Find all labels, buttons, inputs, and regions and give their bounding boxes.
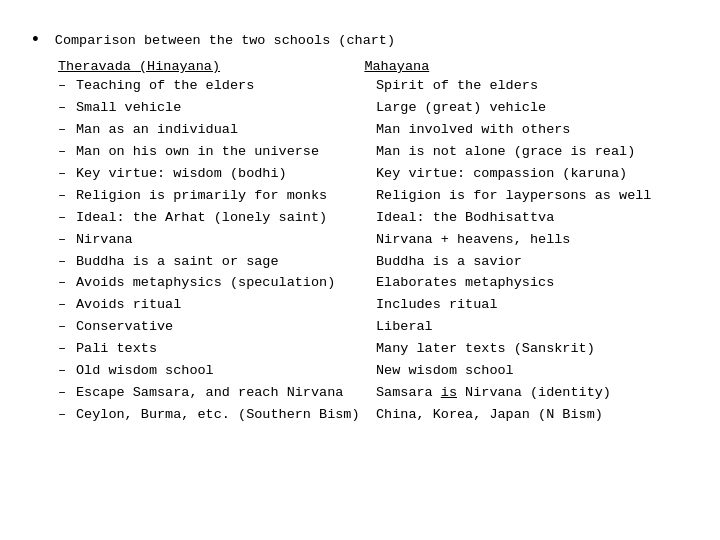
dash-icon: –	[58, 363, 76, 378]
left-cell: Escape Samsara, and reach Nirvana	[76, 383, 376, 404]
left-cell: Ideal: the Arhat (lonely saint)	[76, 208, 376, 229]
right-cell: Nirvana + heavens, hells	[376, 230, 570, 251]
table-row: –Religion is primarily for monksReligion…	[58, 186, 690, 207]
right-cell: Key virtue: compassion (karuna)	[376, 164, 627, 185]
dash-icon: –	[58, 254, 76, 269]
left-column-header: Theravada (Hinayana)	[58, 59, 364, 74]
right-column-header: Mahayana	[364, 59, 690, 74]
table-row: –ConservativeLiberal	[58, 317, 690, 338]
dash-icon: –	[58, 341, 76, 356]
left-cell: Nirvana	[76, 230, 376, 251]
section-header: • Comparison between the two schools (ch…	[30, 28, 690, 53]
table-row: –Escape Samsara, and reach NirvanaSamsar…	[58, 383, 690, 404]
right-cell: Spirit of the elders	[376, 76, 538, 97]
right-cell: Includes ritual	[376, 295, 498, 316]
left-cell: Pali texts	[76, 339, 376, 360]
table-row: –NirvanaNirvana + heavens, hells	[58, 230, 690, 251]
dash-icon: –	[58, 297, 76, 312]
right-cell: Liberal	[376, 317, 433, 338]
right-cell: Elaborates metaphysics	[376, 273, 554, 294]
right-cell: Man is not alone (grace is real)	[376, 142, 635, 163]
dash-icon: –	[58, 100, 76, 115]
table-row: –Avoids ritualIncludes ritual	[58, 295, 690, 316]
dash-icon: –	[58, 144, 76, 159]
dash-icon: –	[58, 275, 76, 290]
right-cell: Buddha is a savior	[376, 252, 522, 273]
left-cell: Avoids metaphysics (speculation)	[76, 273, 376, 294]
table-row: –Man as an individualMan involved with o…	[58, 120, 690, 141]
dash-icon: –	[58, 188, 76, 203]
table-row: –Man on his own in the universeMan is no…	[58, 142, 690, 163]
dash-icon: –	[58, 122, 76, 137]
right-cell: Large (great) vehicle	[376, 98, 546, 119]
table-row: –Key virtue: wisdom (bodhi)Key virtue: c…	[58, 164, 690, 185]
table-row: –Ideal: the Arhat (lonely saint)Ideal: t…	[58, 208, 690, 229]
dash-icon: –	[58, 319, 76, 334]
left-cell: Avoids ritual	[76, 295, 376, 316]
dash-icon: –	[58, 385, 76, 400]
table-row: –Small vehicleLarge (great) vehicle	[58, 98, 690, 119]
table-row: –Buddha is a saint or sageBuddha is a sa…	[58, 252, 690, 273]
bullet-point: •	[30, 28, 41, 53]
table-row: –Teaching of the eldersSpirit of the eld…	[58, 76, 690, 97]
table-row: –Ceylon, Burma, etc. (Southern Bism)Chin…	[58, 405, 690, 426]
table-row: –Avoids metaphysics (speculation)Elabora…	[58, 273, 690, 294]
left-cell: Conservative	[76, 317, 376, 338]
dash-icon: –	[58, 78, 76, 93]
right-cell: Many later texts (Sanskrit)	[376, 339, 595, 360]
page-wrapper: • Comparison between the two schools (ch…	[30, 28, 690, 426]
left-cell: Old wisdom school	[76, 361, 376, 382]
left-cell: Buddha is a saint or sage	[76, 252, 376, 273]
left-cell: Ceylon, Burma, etc. (Southern Bism)	[76, 405, 376, 426]
right-cell: Religion is for laypersons as well	[376, 186, 651, 207]
right-cell: New wisdom school	[376, 361, 514, 382]
section-title: Comparison between the two schools (char…	[55, 33, 395, 48]
left-cell: Key virtue: wisdom (bodhi)	[76, 164, 376, 185]
table-row: –Old wisdom schoolNew wisdom school	[58, 361, 690, 382]
dash-icon: –	[58, 210, 76, 225]
right-cell: Samsara is Nirvana (identity)	[376, 383, 611, 404]
table-row: –Pali textsMany later texts (Sanskrit)	[58, 339, 690, 360]
columns-header: Theravada (Hinayana) Mahayana	[58, 59, 690, 74]
left-cell: Teaching of the elders	[76, 76, 376, 97]
right-cell: China, Korea, Japan (N Bism)	[376, 405, 603, 426]
left-cell: Small vehicle	[76, 98, 376, 119]
left-cell: Religion is primarily for monks	[76, 186, 376, 207]
comparison-rows: –Teaching of the eldersSpirit of the eld…	[58, 76, 690, 426]
dash-icon: –	[58, 407, 76, 422]
right-cell: Ideal: the Bodhisattva	[376, 208, 554, 229]
right-cell: Man involved with others	[376, 120, 570, 141]
dash-icon: –	[58, 232, 76, 247]
dash-icon: –	[58, 166, 76, 181]
left-cell: Man on his own in the universe	[76, 142, 376, 163]
left-cell: Man as an individual	[76, 120, 376, 141]
